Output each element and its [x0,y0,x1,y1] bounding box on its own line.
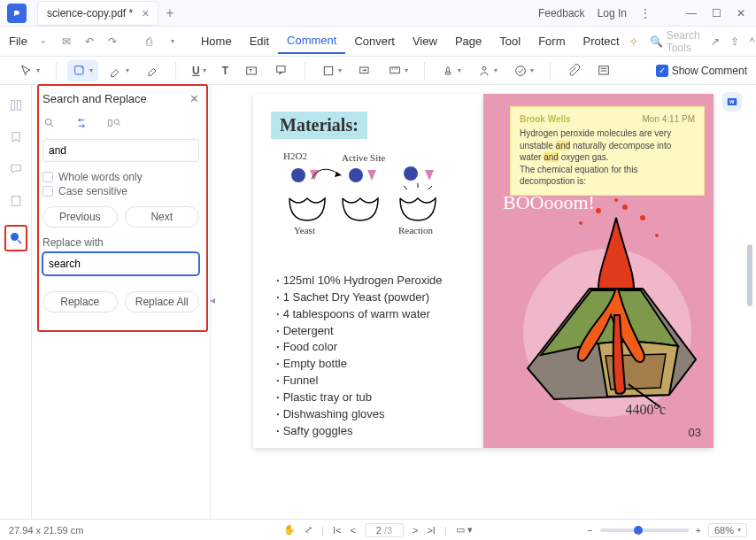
stamp-tool[interactable]: ▾ [436,60,467,81]
svg-text:T: T [249,68,252,73]
attachment-tool[interactable] [561,60,586,81]
yeast-label: Yeast [294,225,315,235]
menu-tool[interactable]: Tool [490,29,529,53]
svg-point-17 [114,120,119,124]
svg-line-27 [404,186,407,189]
show-comment-toggle[interactable]: ✓ Show Comment [656,65,747,77]
search-panel-icon[interactable] [8,230,24,246]
menu-edit[interactable]: Edit [241,29,278,53]
next-page-icon[interactable]: > [413,525,418,536]
zoom-slider[interactable] [600,528,689,532]
svg-marker-25 [425,170,434,181]
maximize-icon[interactable]: ☐ [710,7,722,19]
previous-button[interactable]: Previous [42,206,118,228]
menu-view[interactable]: View [404,29,446,53]
menu-convert[interactable]: Convert [345,29,404,53]
attachments-panel-icon[interactable] [8,193,24,209]
save-icon[interactable]: ▫ [36,35,50,48]
menu-page[interactable]: Page [446,29,490,53]
svg-point-20 [291,168,305,182]
whole-words-checkbox[interactable]: Whole words only [42,171,199,183]
fit-page-icon[interactable]: ⤢ [305,524,312,536]
comments-list-tool[interactable] [591,60,616,81]
zoom-out-icon[interactable]: − [587,525,592,536]
print-icon[interactable]: ⎙ [143,35,157,48]
scrollbar-thumb[interactable] [747,244,752,306]
next-button[interactable]: Next [125,206,200,228]
menu-file[interactable]: File [9,35,27,48]
svg-point-32 [622,204,628,210]
highlight-tool[interactable]: ▾ [104,60,135,81]
minimize-icon[interactable]: — [685,7,698,19]
svg-rect-10 [599,66,609,73]
sticky-body: Hydrogen peroxide molecules are very uns… [520,127,695,188]
search-input[interactable] [42,139,199,162]
mode-advanced-icon[interactable] [106,116,122,130]
page-number-input[interactable]: 2 /3 [365,523,404,537]
print-caret-icon[interactable]: ▾ [166,37,180,45]
svg-point-9 [516,66,526,75]
menu-home[interactable]: Home [192,29,241,53]
menu-form[interactable]: Form [529,29,574,53]
cloud-icon[interactable]: ⇪ [730,35,739,48]
thumbnails-icon[interactable] [8,97,24,113]
mail-icon[interactable]: ✉ [59,35,73,48]
select-tool[interactable]: ▾ [14,60,45,81]
new-tab-button[interactable]: + [166,5,174,21]
svg-rect-13 [12,197,19,206]
word-convert-badge[interactable]: W [722,92,742,112]
panel-close-icon[interactable]: ✕ [189,92,199,105]
mode-replace-icon[interactable] [74,116,89,130]
replace-button[interactable]: Replace [42,291,118,312]
note-tool[interactable]: ▾ [67,60,98,81]
materials-heading: Materials: [271,112,367,139]
measure-tool[interactable]: ▾ [382,60,413,81]
last-page-icon[interactable]: >I [427,525,435,536]
document-tab[interactable]: science-copy.pdf * × [37,1,158,26]
collapse-panel-icon[interactable]: ◂ [210,294,215,306]
redo-icon[interactable]: ↷ [105,35,120,48]
close-window-icon[interactable]: ✕ [735,7,747,19]
magic-icon[interactable]: ✧ [629,35,639,49]
search-tools-input[interactable]: Search Tools [667,29,700,54]
close-tab-icon[interactable]: × [142,6,149,20]
mode-find-icon[interactable] [42,116,57,130]
sticky-note[interactable]: Brook Wells Mon 4:11 PM Hydrogen peroxid… [510,106,705,196]
approve-tool[interactable]: ▾ [508,60,539,81]
menu-protect[interactable]: Protect [574,29,628,53]
login-link[interactable]: Log In [598,7,627,19]
text-tool[interactable]: T [217,61,234,81]
share-icon[interactable]: ↗ [711,35,720,48]
zoom-level[interactable]: 68%▾ [708,523,747,537]
textbox-tool[interactable]: T [239,60,264,81]
bookmarks-icon[interactable] [8,129,24,145]
page-layout-icon[interactable]: ▭ ▾ [456,524,473,536]
document-viewport[interactable]: W Materials: [211,85,756,519]
prev-page-icon[interactable]: < [351,525,356,536]
menu-comment[interactable]: Comment [278,28,345,54]
svg-rect-12 [17,101,20,111]
first-page-icon[interactable]: I< [333,525,341,536]
callout-tool[interactable] [269,60,294,81]
undo-icon[interactable]: ↶ [82,35,96,48]
reaction-diagram: H2O2 Active Site Yeast Reaction [276,154,453,234]
collapse-ribbon-icon[interactable]: ^ [750,35,755,48]
replace-with-label: Replace with [42,236,199,249]
feedback-link[interactable]: Feedback [538,7,585,19]
signature-tool[interactable]: ▾ [472,60,503,81]
comments-icon[interactable] [8,161,24,177]
underline-tool[interactable]: U▾ [187,61,212,81]
eraser-tool[interactable] [140,60,165,81]
case-sensitive-checkbox[interactable]: Case sensitive [42,185,199,197]
comment-toolbar: ▾ ▾ ▾ U▾ T T ▾ ▾ ▾ ▾ ▾ ✓ Show Comment [0,57,756,85]
replace-all-button[interactable]: Replace All [125,291,200,312]
search-tools-icon: 🔍 [650,35,663,48]
more-icon[interactable]: ⋮ [639,7,652,19]
hand-tool-icon[interactable]: ✋ [283,524,296,536]
svg-rect-5 [324,66,332,74]
replace-input[interactable] [42,252,199,275]
sticky-time: Mon 4:11 PM [643,114,695,124]
zoom-in-icon[interactable]: + [696,525,701,536]
shape-tool[interactable]: ▾ [316,60,347,81]
arrow-tool[interactable] [352,60,377,81]
